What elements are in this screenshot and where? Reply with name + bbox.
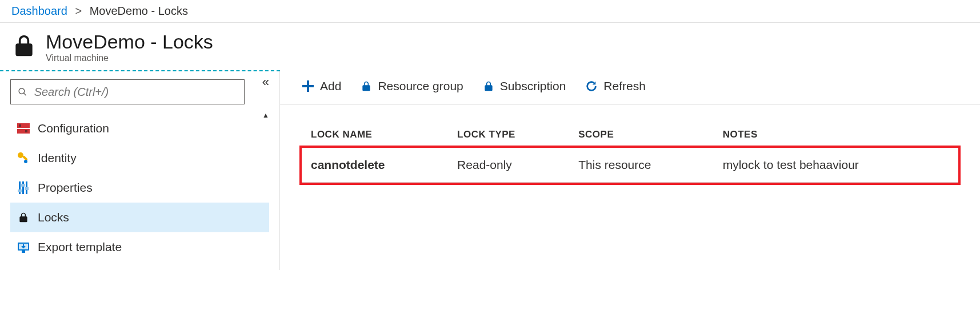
cell-lock-type: Read-only xyxy=(448,148,569,183)
page-title: MoveDemo - Locks xyxy=(46,31,213,53)
svg-rect-14 xyxy=(25,187,29,190)
lock-icon xyxy=(483,80,494,92)
resource-group-label: Resource group xyxy=(378,79,463,93)
svg-point-8 xyxy=(24,160,27,163)
search-icon xyxy=(18,87,27,97)
cell-scope: This resource xyxy=(569,148,713,183)
export-template-icon xyxy=(17,241,30,253)
sidebar-item-configuration[interactable]: Configuration xyxy=(10,114,269,143)
svg-point-6 xyxy=(18,152,23,158)
sidebar-item-label: Export template xyxy=(38,240,122,254)
svg-rect-19 xyxy=(302,85,314,87)
resource-group-button[interactable]: Resource group xyxy=(361,79,463,93)
locks-table: LOCK NAME LOCK TYPE SCOPE NOTES cannotde… xyxy=(302,122,958,183)
sidebar: « ▲ Configuration Identity xyxy=(0,71,280,270)
sidebar-item-locks[interactable]: Locks xyxy=(10,203,269,232)
svg-rect-4 xyxy=(19,124,21,127)
sidebar-item-label: Properties xyxy=(38,181,93,195)
breadcrumb-separator: > xyxy=(75,5,82,17)
add-button[interactable]: Add xyxy=(302,79,341,93)
svg-rect-5 xyxy=(25,130,27,132)
lock-icon xyxy=(17,211,30,224)
breadcrumb-root[interactable]: Dashboard xyxy=(11,5,67,17)
breadcrumb-current: MoveDemo - Locks xyxy=(90,5,188,17)
svg-rect-3 xyxy=(17,129,30,134)
svg-point-0 xyxy=(19,88,25,94)
col-lock-name[interactable]: LOCK NAME xyxy=(302,122,448,148)
breadcrumb: Dashboard > MoveDemo - Locks xyxy=(0,0,980,23)
cell-notes: mylock to test behaaviour xyxy=(714,148,958,183)
sidebar-item-label: Configuration xyxy=(38,122,109,135)
add-label: Add xyxy=(320,79,341,93)
lock-icon xyxy=(361,80,372,92)
configuration-icon xyxy=(17,123,30,134)
plus-icon xyxy=(302,80,314,92)
svg-rect-17 xyxy=(22,251,25,253)
sidebar-item-export-template[interactable]: Export template xyxy=(10,232,269,262)
toolbar: Add Resource group Subscription Refresh xyxy=(280,71,980,105)
properties-icon xyxy=(17,181,30,194)
search-input[interactable] xyxy=(34,86,237,99)
collapse-sidebar-button[interactable]: « xyxy=(262,75,269,90)
locks-table-wrap: LOCK NAME LOCK TYPE SCOPE NOTES cannotde… xyxy=(280,105,980,200)
page-header: MoveDemo - Locks Virtual machine xyxy=(0,23,980,70)
refresh-icon xyxy=(585,80,598,92)
sidebar-item-label: Identity xyxy=(38,151,77,165)
sidebar-item-identity[interactable]: Identity xyxy=(10,143,269,173)
sidebar-item-properties[interactable]: Properties xyxy=(10,173,269,203)
search-box[interactable] xyxy=(10,79,245,104)
col-lock-type[interactable]: LOCK TYPE xyxy=(448,122,569,148)
refresh-label: Refresh xyxy=(603,79,646,93)
lock-icon xyxy=(11,33,37,58)
col-scope[interactable]: SCOPE xyxy=(569,122,713,148)
page-subtitle: Virtual machine xyxy=(46,53,213,63)
svg-line-1 xyxy=(23,93,26,95)
col-notes[interactable]: NOTES xyxy=(714,122,958,148)
main-content: Add Resource group Subscription Refresh xyxy=(280,71,980,270)
sidebar-item-label: Locks xyxy=(38,211,69,224)
subscription-button[interactable]: Subscription xyxy=(483,79,566,93)
svg-rect-12 xyxy=(18,189,22,192)
identity-icon xyxy=(17,152,30,164)
cell-lock-name: cannotdelete xyxy=(302,148,448,183)
table-row[interactable]: cannotdelete Read-only This resource myl… xyxy=(302,148,958,183)
sidebar-menu: ▲ Configuration Identity Properties xyxy=(10,114,269,262)
svg-rect-13 xyxy=(21,184,25,187)
scroll-up-icon[interactable]: ▲ xyxy=(262,111,269,119)
subscription-label: Subscription xyxy=(500,79,566,93)
svg-rect-10 xyxy=(22,181,24,194)
refresh-button[interactable]: Refresh xyxy=(585,79,646,93)
